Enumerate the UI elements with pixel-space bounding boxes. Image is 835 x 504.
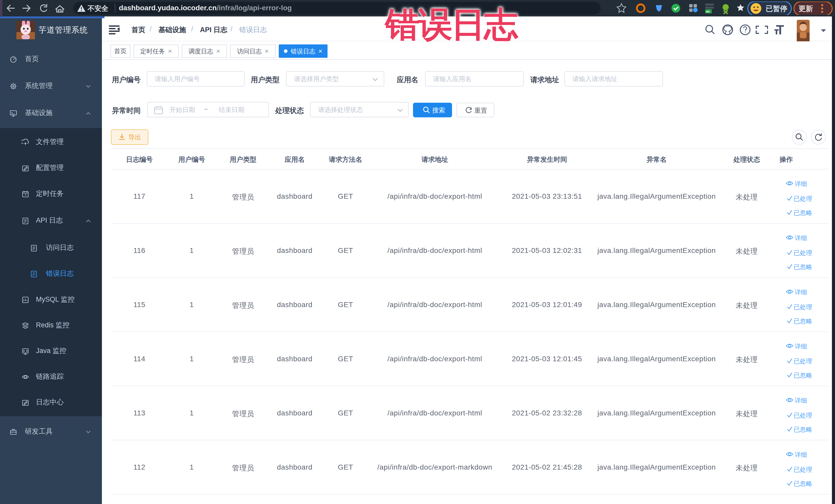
svg-text:更新: 更新 [798,5,813,13]
svg-text:on: on [706,10,710,13]
svg-text:已暂停: 已暂停 [766,5,787,13]
